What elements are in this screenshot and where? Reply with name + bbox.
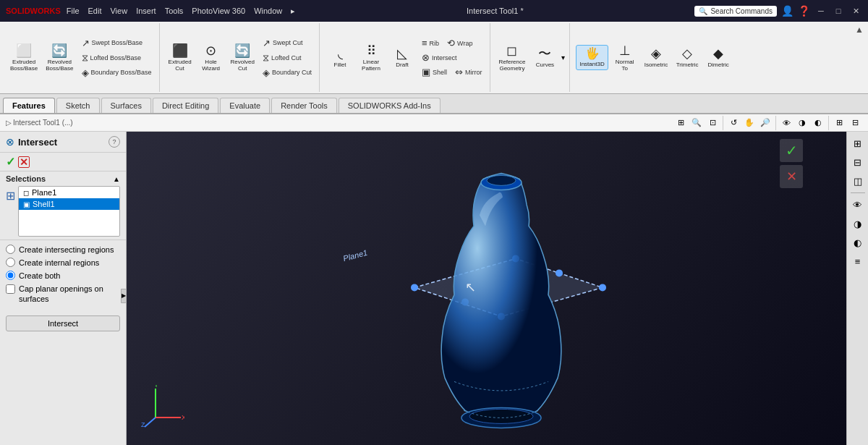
radio-internal-input[interactable]	[6, 258, 15, 267]
tab-render-tools[interactable]: Render Tools	[271, 98, 337, 113]
maximize-button[interactable]: □	[832, 4, 845, 17]
viewport[interactable]: Plane1 ↖ ✓ ✕ Y X Z	[127, 132, 846, 445]
fillet-button[interactable]: ◟ Fillet	[326, 45, 354, 70]
menu-insert[interactable]: Insert	[136, 7, 156, 16]
view-mode-button[interactable]: 👁	[849, 196, 867, 213]
tab-features[interactable]: Features	[3, 98, 55, 113]
viewport-ok-button[interactable]: ✓	[780, 139, 803, 162]
intersect-ribbon-button[interactable]: ⊗ Intersect	[419, 51, 460, 64]
zoom-in-button[interactable]: 🔍	[689, 116, 704, 130]
extruded-cut-button[interactable]: ⬛ ExtrudedCut	[166, 42, 195, 74]
menu-photoview[interactable]: PhotoView 360	[192, 7, 245, 16]
solidworks-logo: SOLIDWORKS	[6, 7, 61, 15]
tab-direct-editing[interactable]: Direct Editing	[153, 98, 218, 113]
y-axis-label: Y	[154, 385, 158, 389]
close-button[interactable]: ✕	[849, 4, 862, 17]
curves-button[interactable]: 〜 Curves	[530, 45, 559, 70]
layout-button[interactable]: ◫	[849, 172, 867, 190]
expand-view-button[interactable]: ⊞	[849, 135, 867, 152]
zoom-area-button[interactable]: ⊡	[705, 116, 720, 130]
trimetric-button[interactable]: ◇ Trimetric	[673, 45, 702, 70]
selection-item-shell1[interactable]: ▣ Shell1	[19, 198, 119, 210]
mirror-button[interactable]: ⇔ Mirror	[452, 65, 485, 79]
window-title: Intersect Tool1 *	[467, 7, 524, 15]
zoom-button[interactable]: 🔎	[758, 116, 773, 130]
intersect-action-button[interactable]: Intersect	[6, 315, 120, 331]
revolved-boss-button[interactable]: 🔄 RevolvedBoss/Base	[43, 42, 76, 74]
ribbon-group-reference: ◻ ReferenceGeometry 〜 Curves ▾	[492, 23, 571, 92]
isometric-icon: ◈	[651, 47, 661, 60]
hide-show-button[interactable]: ◐	[811, 116, 825, 130]
pan-button[interactable]: ✋	[742, 116, 757, 130]
tab-surfaces[interactable]: Surfaces	[101, 98, 151, 113]
dimetric-button[interactable]: ◆ Dimetric	[704, 45, 733, 70]
view-restore-button[interactable]: ⊟	[848, 116, 862, 130]
checkbox-cap-planar-input[interactable]	[6, 284, 15, 294]
menu-tools[interactable]: Tools	[165, 7, 184, 16]
menu-view[interactable]: View	[110, 7, 127, 16]
radio-intersecting-input[interactable]	[6, 245, 15, 254]
rib-icon: ≡	[422, 38, 427, 48]
ok-button[interactable]: ✓	[6, 155, 15, 169]
viewport-cancel-button[interactable]: ✕	[780, 165, 803, 188]
tab-evaluate[interactable]: Evaluate	[220, 98, 270, 113]
lofted-boss-button[interactable]: ⧖ Lofted Boss/Base	[79, 51, 155, 65]
extruded-boss-button[interactable]: ⬜ ExtrudedBoss/Base	[7, 42, 41, 74]
right-panel-divider	[851, 192, 865, 193]
panel-expand-button[interactable]: ▶	[121, 289, 127, 303]
minimize-button[interactable]: ─	[814, 4, 827, 17]
appearance-button[interactable]: ◐	[849, 234, 867, 251]
rib-button[interactable]: ≡ Rib	[419, 36, 442, 50]
display-mode-button[interactable]: ◑	[849, 215, 867, 232]
zoom-to-fit-button[interactable]: ⊞	[673, 116, 688, 130]
user-icon[interactable]: 👤	[781, 5, 793, 17]
split-view-button[interactable]: ⊟	[849, 153, 867, 171]
hole-wizard-button[interactable]: ⊙ HoleWizard	[197, 42, 226, 74]
radio-intersecting-label: Create intersecting regions	[19, 245, 114, 254]
wrap-button[interactable]: ⟲ Wrap	[444, 36, 475, 50]
menu-more[interactable]: ▸	[291, 7, 295, 16]
swept-cut-button[interactable]: ↗ Swept Cut	[260, 36, 315, 50]
radio-intersecting[interactable]: Create intersecting regions	[6, 245, 120, 254]
extruded-boss-icon: ⬜	[16, 44, 32, 57]
panel-help-icon[interactable]: ?	[109, 136, 120, 148]
menu-edit[interactable]: Edit	[88, 7, 102, 16]
tab-solidworks-addins[interactable]: SOLIDWORKS Add-Ins	[339, 98, 441, 113]
boundary-boss-button[interactable]: ◈ Boundary Boss/Base	[79, 66, 155, 80]
ribbon-collapse-icon[interactable]: ▲	[855, 25, 864, 35]
menu-window[interactable]: Window	[254, 7, 282, 16]
display-style-button[interactable]: ◑	[795, 116, 809, 130]
reference-dropdown-icon[interactable]: ▾	[561, 54, 565, 62]
radio-both[interactable]: Create both	[6, 271, 120, 280]
view-expand-button[interactable]: ⊞	[832, 116, 846, 130]
checkbox-cap-planar[interactable]: Cap planar openings on surfaces	[6, 284, 120, 305]
radio-internal[interactable]: Create internal regions	[6, 258, 120, 267]
shell-button[interactable]: ▣ Shell	[419, 65, 450, 79]
radio-both-label: Create both	[19, 271, 60, 280]
reference-geometry-button[interactable]: ◻ ReferenceGeometry	[496, 42, 529, 74]
shell-icon: ▣	[422, 67, 430, 77]
cancel-button[interactable]: ✕	[18, 156, 30, 168]
selections-collapse-icon[interactable]: ▲	[113, 175, 120, 183]
normal-to-button[interactable]: ⊥ NormalTo	[610, 42, 639, 74]
lofted-boss-icon: ⧖	[82, 52, 88, 64]
rotate-view-button[interactable]: ↺	[726, 116, 741, 130]
view-orientation-button[interactable]: 👁	[779, 116, 793, 130]
menu-file[interactable]: File	[67, 7, 80, 16]
swept-boss-button[interactable]: ↗ Swept Boss/Base	[79, 36, 155, 50]
boundary-cut-button[interactable]: ◈ Boundary Cut	[260, 66, 315, 80]
linear-pattern-button[interactable]: ⠿ LinearPattern	[357, 42, 386, 74]
selection-item-plane1[interactable]: ◻ Plane1	[19, 187, 119, 198]
revolved-cut-button[interactable]: 🔄 RevolvedCut	[228, 42, 258, 74]
draft-button[interactable]: ◺ Draft	[388, 45, 417, 70]
instant3d-button[interactable]: 🖐 Instant3D	[576, 45, 608, 70]
tab-sketch[interactable]: Sketch	[56, 98, 100, 113]
radio-both-input[interactable]	[6, 271, 15, 280]
scene-button[interactable]: ≡	[849, 253, 867, 270]
search-bar[interactable]: 🔍 Search Commands	[694, 6, 777, 17]
help-icon[interactable]: ❓	[798, 5, 810, 17]
plane-handle-tl	[411, 284, 418, 291]
lofted-cut-button[interactable]: ⧖ Lofted Cut	[260, 51, 315, 65]
isometric-button[interactable]: ◈ Isometric	[642, 45, 671, 70]
menu-bar: File Edit View Insert Tools PhotoView 36…	[67, 7, 296, 16]
